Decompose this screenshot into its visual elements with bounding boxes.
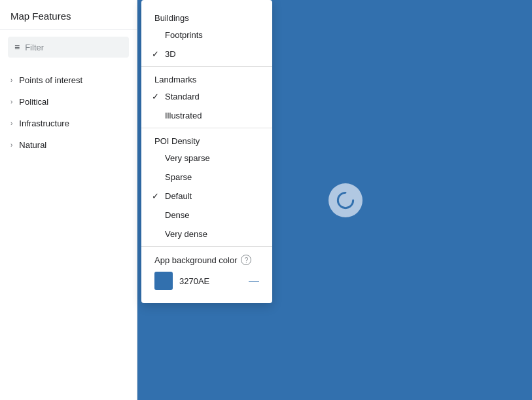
sidebar-item-poi[interactable]: › Points of interest [0, 69, 137, 91]
chevron-icon: › [10, 77, 12, 84]
buildings-section-label: Buildings [141, 8, 272, 26]
very-sparse-option[interactable]: Very sparse [141, 149, 272, 168]
illustrated-option[interactable]: Illustrated [141, 106, 272, 125]
sidebar-item-political[interactable]: › Political [0, 91, 137, 113]
illustrated-label: Illustrated [165, 111, 202, 120]
default-option[interactable]: ✓ Default [141, 187, 272, 206]
dense-label: Dense [165, 210, 190, 220]
standard-option[interactable]: ✓ Standard [141, 87, 272, 106]
sidebar-title: Map Features [0, 0, 137, 30]
check-icon: ✓ [152, 191, 159, 201]
color-hex-input[interactable] [179, 276, 225, 286]
map-loading-spinner [328, 183, 363, 217]
poi-density-section-label: POI Density [141, 128, 272, 149]
chevron-icon: › [10, 98, 12, 105]
color-swatch[interactable] [154, 272, 173, 290]
app-bg-color-section: App background color ? — [141, 246, 272, 293]
sidebar-item-label: Infrastructure [19, 118, 69, 128]
chevron-icon: › [10, 141, 12, 149]
sidebar-item-infrastructure[interactable]: › Infrastructure [0, 113, 137, 134]
help-icon[interactable]: ? [241, 255, 251, 265]
sidebar-item-natural[interactable]: › Natural [0, 134, 137, 156]
check-icon: ✓ [152, 49, 159, 59]
filter-icon: ≡ [14, 42, 20, 52]
very-sparse-label: Very sparse [165, 153, 210, 163]
3d-label: 3D [165, 49, 176, 59]
sidebar-item-label: Points of interest [19, 75, 82, 85]
default-label: Default [165, 191, 192, 201]
very-dense-option[interactable]: Very dense [141, 225, 272, 244]
footprints-label: Footprints [165, 30, 203, 40]
sidebar: Map Features ≡ Filter › Points of intere… [0, 0, 137, 400]
filter-bar[interactable]: ≡ Filter [8, 37, 129, 58]
check-icon: ✓ [152, 92, 159, 101]
sidebar-item-label: Natural [19, 140, 46, 150]
filter-placeholder: Filter [25, 43, 44, 52]
sparse-option[interactable]: Sparse [141, 168, 272, 187]
app-bg-color-label: App background color [154, 255, 237, 265]
standard-label: Standard [165, 92, 200, 101]
remove-color-button[interactable]: — [249, 275, 259, 287]
sidebar-item-label: Political [19, 97, 48, 107]
settings-dropdown: Buildings Footprints ✓ 3D Landmarks ✓ St… [141, 0, 272, 303]
footprints-option[interactable]: Footprints [141, 26, 272, 45]
chevron-icon: › [10, 120, 12, 127]
dense-option[interactable]: Dense [141, 206, 272, 225]
sparse-label: Sparse [165, 172, 192, 182]
sidebar-nav: › Points of interest › Political › Infra… [0, 64, 137, 161]
landmarks-section-label: Landmarks [141, 66, 272, 87]
very-dense-label: Very dense [165, 229, 207, 239]
3d-option[interactable]: ✓ 3D [141, 45, 272, 64]
